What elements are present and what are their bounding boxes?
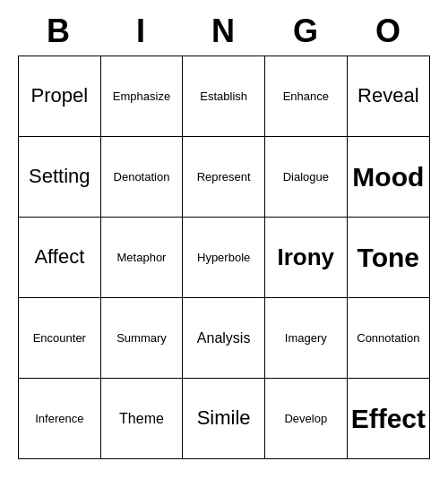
bingo-cell: Simile: [183, 379, 265, 459]
cell-label: Dialogue: [283, 170, 329, 184]
cell-label: Propel: [31, 84, 89, 107]
header-letter: G: [265, 9, 348, 54]
bingo-cell: Hyperbole: [183, 218, 265, 298]
cell-label: Irony: [278, 244, 335, 271]
cell-label: Mood: [352, 161, 424, 193]
bingo-cell: Summary: [101, 298, 184, 379]
bingo-cell: Emphasize: [101, 56, 184, 137]
cell-label: Analysis: [197, 329, 251, 346]
cell-label: Simile: [197, 406, 251, 430]
bingo-cell: Propel: [19, 56, 101, 137]
cell-label: Encounter: [33, 331, 86, 346]
cell-label: Represent: [197, 170, 251, 184]
cell-label: Inference: [35, 412, 83, 426]
bingo-cell: Irony: [265, 218, 348, 298]
header-letter: I: [100, 9, 183, 54]
cell-label: Emphasize: [113, 90, 170, 104]
cell-label: Develop: [284, 412, 327, 426]
bingo-grid: PropelEmphasizeEstablishEnhanceRevealSet…: [18, 56, 430, 459]
bingo-cell: Effect: [348, 379, 430, 459]
cell-label: Imagery: [285, 331, 327, 346]
bingo-cell: Tone: [348, 218, 430, 298]
bingo-cell: Affect: [19, 218, 101, 298]
cell-label: Reveal: [358, 84, 418, 107]
header-letter: B: [18, 9, 100, 54]
bingo-cell: Mood: [348, 137, 430, 218]
bingo-cell: Metaphor: [101, 218, 184, 298]
bingo-cell: Develop: [265, 379, 348, 459]
cell-label: Setting: [29, 165, 90, 188]
cell-label: Summary: [116, 331, 167, 346]
bingo-cell: Analysis: [183, 298, 265, 379]
bingo-cell: Reveal: [348, 56, 430, 137]
header-letter: O: [348, 9, 430, 54]
cell-label: Denotation: [114, 170, 170, 184]
bingo-cell: Denotation: [101, 137, 184, 218]
cell-label: Tone: [358, 242, 419, 274]
bingo-cell: Theme: [101, 379, 184, 459]
cell-label: Affect: [34, 245, 84, 269]
bingo-cell: Represent: [183, 137, 265, 218]
cell-label: Theme: [119, 410, 164, 427]
cell-label: Enhance: [283, 90, 329, 104]
bingo-cell: Encounter: [19, 298, 101, 379]
bingo-cell: Inference: [19, 379, 101, 459]
bingo-cell: Connotation: [348, 298, 430, 379]
header-letter: N: [183, 9, 265, 54]
bingo-card: BINGO PropelEmphasizeEstablishEnhanceRev…: [18, 9, 430, 459]
bingo-header: BINGO: [18, 9, 430, 54]
cell-label: Connotation: [357, 331, 419, 346]
bingo-cell: Enhance: [265, 56, 348, 137]
cell-label: Metaphor: [117, 251, 167, 265]
bingo-cell: Imagery: [265, 298, 348, 379]
cell-label: Hyperbole: [197, 251, 250, 265]
bingo-cell: Establish: [183, 56, 265, 137]
bingo-cell: Dialogue: [265, 137, 348, 218]
cell-label: Establish: [200, 90, 247, 104]
cell-label: Effect: [351, 403, 426, 435]
bingo-cell: Setting: [19, 137, 101, 218]
